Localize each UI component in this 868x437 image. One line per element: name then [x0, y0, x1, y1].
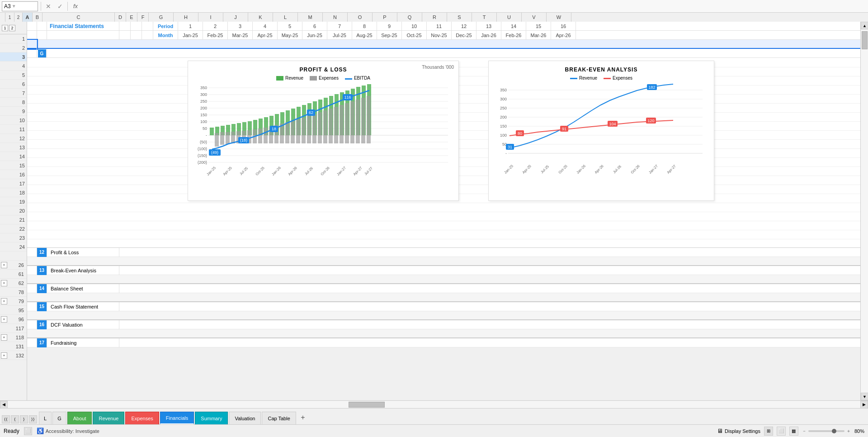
cancel-icon[interactable]: ✕: [44, 2, 53, 11]
col-header-B[interactable]: B: [33, 13, 42, 22]
cell-2-D[interactable]: [119, 31, 131, 40]
cell-96-C[interactable]: Cash Flow Statement: [47, 302, 119, 311]
tab-prev-btn[interactable]: ⟨: [11, 415, 19, 423]
page-indicator-btn[interactable]: ⬜: [24, 427, 32, 435]
tab-last-btn[interactable]: ⟩⟩: [29, 415, 37, 423]
cell-79-A[interactable]: [27, 284, 37, 293]
col-header-W[interactable]: W: [547, 13, 571, 22]
zoom-plus[interactable]: ＋: [846, 428, 851, 434]
cell-2-V[interactable]: Mar-26: [526, 31, 551, 40]
cell-A3-selected[interactable]: [27, 40, 37, 49]
cell-2-T[interactable]: Jan-26: [476, 31, 501, 40]
col-header-N[interactable]: N: [323, 13, 348, 22]
cell-79-C[interactable]: Balance Sheet: [47, 284, 119, 293]
cell-1-N[interactable]: 7: [327, 22, 352, 31]
cell-132-A[interactable]: [27, 338, 37, 347]
cell-62-C[interactable]: Break-Even Analysis: [47, 266, 119, 275]
col-header-D[interactable]: D: [115, 13, 126, 22]
cell-1-V[interactable]: 15: [526, 22, 551, 31]
cell-2-J[interactable]: Mar-25: [228, 31, 253, 40]
cell-2-Q[interactable]: Oct-25: [402, 31, 427, 40]
cell-26-A[interactable]: [27, 248, 37, 257]
cell-2-O[interactable]: Aug-25: [352, 31, 377, 40]
cell-2-L[interactable]: May-25: [278, 31, 302, 40]
cell-1-T[interactable]: 13: [476, 22, 501, 31]
col-header-F[interactable]: F: [137, 13, 149, 22]
tab-About[interactable]: About: [67, 412, 92, 424]
col-header-O[interactable]: O: [348, 13, 373, 22]
cell-1-C[interactable]: Financial Statements: [47, 22, 119, 31]
level-2-btn[interactable]: 2: [9, 25, 15, 31]
cell-2-R[interactable]: Nov-25: [427, 31, 452, 40]
cell-1-I[interactable]: 2: [203, 22, 228, 31]
scroll-down-btn[interactable]: ▼: [861, 393, 868, 400]
cell-1-M[interactable]: 6: [302, 22, 327, 31]
cell-1-P[interactable]: 9: [377, 22, 402, 31]
zoom-minus[interactable]: －: [802, 428, 807, 434]
cell-1-R[interactable]: 11: [427, 22, 452, 31]
col-header-T[interactable]: T: [472, 13, 497, 22]
cell-2-G-month[interactable]: Month: [153, 31, 178, 40]
cell-1-F[interactable]: [142, 22, 153, 31]
h-scroll-track[interactable]: [8, 401, 860, 408]
col-header-C[interactable]: C: [42, 13, 115, 22]
expand-96-btn[interactable]: +: [1, 316, 7, 323]
col-header-Q[interactable]: Q: [397, 13, 422, 22]
add-sheet-btn[interactable]: +: [297, 412, 309, 423]
tab-Revenue[interactable]: Revenue: [93, 412, 124, 424]
tab-next-btn[interactable]: ⟩: [20, 415, 28, 423]
cell-1-L[interactable]: 5: [278, 22, 302, 31]
col-header-G[interactable]: G: [149, 13, 174, 22]
col-header-M[interactable]: M: [298, 13, 323, 22]
g-button[interactable]: G: [38, 49, 46, 57]
page-break-btn[interactable]: ▦: [789, 427, 798, 436]
cell-A4[interactable]: [27, 49, 37, 58]
col-header-U[interactable]: U: [497, 13, 522, 22]
formula-input[interactable]: [82, 1, 866, 11]
cell-1-J[interactable]: 3: [228, 22, 253, 31]
v-scroll-thumb[interactable]: [862, 31, 868, 49]
tab-Valuation[interactable]: Valuation: [229, 412, 261, 424]
cell-96-A[interactable]: [27, 302, 37, 311]
tab-L[interactable]: L: [39, 412, 52, 424]
expand-118-btn[interactable]: +: [1, 334, 7, 341]
cell-2-S[interactable]: Dec-25: [452, 31, 476, 40]
col-header-R[interactable]: R: [422, 13, 447, 22]
cell-reference-box[interactable]: A3 ▼: [2, 1, 38, 11]
cell-26-C[interactable]: Profit & Loss: [47, 248, 119, 257]
cell-1-B[interactable]: [37, 22, 47, 31]
h-scroll-left-btn[interactable]: ◀: [0, 401, 8, 408]
tab-CapTable[interactable]: Cap Table: [262, 412, 296, 424]
expand-26-btn[interactable]: +: [1, 262, 7, 268]
cell-2-W[interactable]: Apr-26: [551, 31, 576, 40]
col-header-A[interactable]: A: [23, 13, 33, 22]
zoom-slider[interactable]: [808, 430, 844, 432]
cell-1-E[interactable]: [131, 22, 142, 31]
h-scroll-thumb[interactable]: [349, 402, 385, 408]
cell-132-C[interactable]: Fundraising: [47, 338, 119, 347]
cell-2-B[interactable]: [37, 31, 47, 40]
col-header-I[interactable]: I: [198, 13, 223, 22]
col-header-E[interactable]: E: [126, 13, 137, 22]
cell-B4-g[interactable]: G: [37, 49, 47, 58]
confirm-icon[interactable]: ✓: [56, 2, 65, 11]
cell-2-I[interactable]: Feb-25: [203, 31, 228, 40]
col-header-H[interactable]: H: [174, 13, 198, 22]
display-settings-btn[interactable]: 🖥 Display Settings: [717, 428, 760, 434]
cell-2-H[interactable]: Jan-25: [178, 31, 203, 40]
tab-first-btn[interactable]: ⟨⟨: [2, 415, 10, 423]
col-header-J[interactable]: J: [223, 13, 248, 22]
cell-1-G-period[interactable]: Period: [153, 22, 178, 31]
expand-132-btn[interactable]: +: [1, 352, 7, 359]
cell-1-O[interactable]: 8: [352, 22, 377, 31]
cell-118-C[interactable]: DCF Valuation: [47, 320, 119, 329]
col-header-P[interactable]: P: [373, 13, 397, 22]
tab-Expenses[interactable]: Expenses: [125, 412, 159, 424]
cell-118-A[interactable]: [27, 320, 37, 329]
cell-2-F[interactable]: [142, 31, 153, 40]
cell-62-A[interactable]: [27, 266, 37, 275]
cell-1-K[interactable]: 4: [253, 22, 278, 31]
cell-1-Q[interactable]: 10: [402, 22, 427, 31]
cell-1-H[interactable]: 1: [178, 22, 203, 31]
level-1-btn[interactable]: 1: [2, 25, 8, 31]
